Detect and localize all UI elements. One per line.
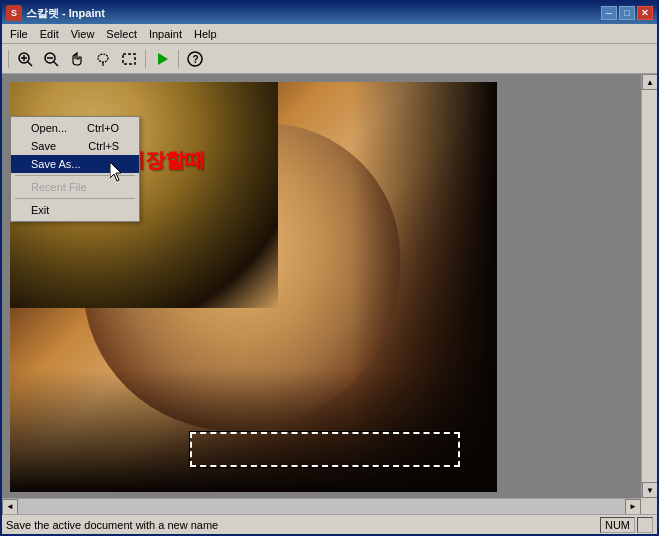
extra-indicator bbox=[637, 517, 653, 533]
svg-point-7 bbox=[98, 54, 108, 62]
horizontal-scrollbar[interactable]: ◄ ► bbox=[2, 498, 641, 514]
rect-select-icon bbox=[121, 51, 137, 67]
menu-save[interactable]: Save Ctrl+S bbox=[11, 137, 139, 155]
num-indicator: NUM bbox=[600, 517, 635, 533]
rect-select-button[interactable] bbox=[117, 48, 141, 70]
content-wrapper: 저장할때 ▲ ▼ ◄ ► bbox=[2, 74, 657, 534]
scroll-up-arrow[interactable]: ▲ bbox=[642, 74, 657, 90]
menu-save-as[interactable]: Save As... bbox=[11, 155, 139, 173]
help-button[interactable]: ? bbox=[183, 48, 207, 70]
status-right: NUM bbox=[600, 517, 653, 533]
lasso-icon bbox=[95, 51, 111, 67]
status-message: Save the active document with a new name bbox=[6, 519, 218, 531]
minimize-button[interactable]: ─ bbox=[601, 6, 617, 20]
zoom-out-button[interactable] bbox=[39, 48, 63, 70]
svg-line-1 bbox=[28, 62, 32, 66]
play-icon bbox=[154, 51, 170, 67]
hand-icon bbox=[69, 51, 85, 67]
menu-inpaint[interactable]: Inpaint bbox=[143, 26, 188, 42]
title-bar-controls: ─ □ ✕ bbox=[601, 6, 653, 20]
title-bar-left: S 스칼렛 - Inpaint bbox=[6, 5, 105, 21]
file-dropdown-menu: Open... Ctrl+O Save Ctrl+S Save As... Re… bbox=[10, 116, 140, 222]
toolbar: ? bbox=[2, 44, 657, 74]
svg-rect-9 bbox=[123, 54, 135, 64]
pan-button[interactable] bbox=[65, 48, 89, 70]
vertical-scrollbar[interactable]: ▲ ▼ bbox=[641, 74, 657, 498]
scrollable-area: 저장할때 ▲ ▼ ◄ ► bbox=[2, 74, 657, 514]
title-bar: S 스칼렛 - Inpaint ─ □ ✕ bbox=[2, 2, 657, 24]
scrollbar-corner bbox=[641, 498, 657, 514]
menu-select[interactable]: Select bbox=[100, 26, 143, 42]
zoom-in-button[interactable] bbox=[13, 48, 37, 70]
help-icon: ? bbox=[187, 51, 203, 67]
h-scroll-track[interactable] bbox=[18, 499, 625, 515]
status-bar: Save the active document with a new name… bbox=[2, 514, 657, 534]
scroll-down-arrow[interactable]: ▼ bbox=[642, 482, 657, 498]
toolbar-sep-0 bbox=[8, 50, 9, 68]
app-window: S 스칼렛 - Inpaint ─ □ ✕ File Edit View Sel… bbox=[0, 0, 659, 536]
svg-marker-10 bbox=[158, 53, 168, 65]
menu-separator-2 bbox=[15, 198, 135, 199]
selection-rectangle bbox=[190, 432, 460, 467]
play-button[interactable] bbox=[150, 48, 174, 70]
window-title: 스칼렛 - Inpaint bbox=[26, 6, 105, 21]
menu-edit[interactable]: Edit bbox=[34, 26, 65, 42]
dark-bottom bbox=[10, 369, 497, 492]
svg-text:?: ? bbox=[193, 54, 199, 65]
menu-exit[interactable]: Exit bbox=[11, 201, 139, 219]
scroll-left-arrow[interactable]: ◄ bbox=[2, 499, 18, 515]
svg-line-5 bbox=[54, 62, 58, 66]
menu-view[interactable]: View bbox=[65, 26, 101, 42]
menu-open[interactable]: Open... Ctrl+O bbox=[11, 119, 139, 137]
menu-file[interactable]: File bbox=[4, 26, 34, 42]
toolbar-sep-1 bbox=[145, 50, 146, 68]
toolbar-sep-2 bbox=[178, 50, 179, 68]
menu-separator-1 bbox=[15, 175, 135, 176]
app-icon: S bbox=[6, 5, 22, 21]
maximize-button[interactable]: □ bbox=[619, 6, 635, 20]
scroll-right-arrow[interactable]: ► bbox=[625, 499, 641, 515]
menu-bar: File Edit View Select Inpaint Help bbox=[2, 24, 657, 44]
close-button[interactable]: ✕ bbox=[637, 6, 653, 20]
lasso-button[interactable] bbox=[91, 48, 115, 70]
menu-help[interactable]: Help bbox=[188, 26, 223, 42]
menu-recent-file: Recent File bbox=[11, 178, 139, 196]
zoom-in-icon bbox=[17, 51, 33, 67]
zoom-out-icon bbox=[43, 51, 59, 67]
